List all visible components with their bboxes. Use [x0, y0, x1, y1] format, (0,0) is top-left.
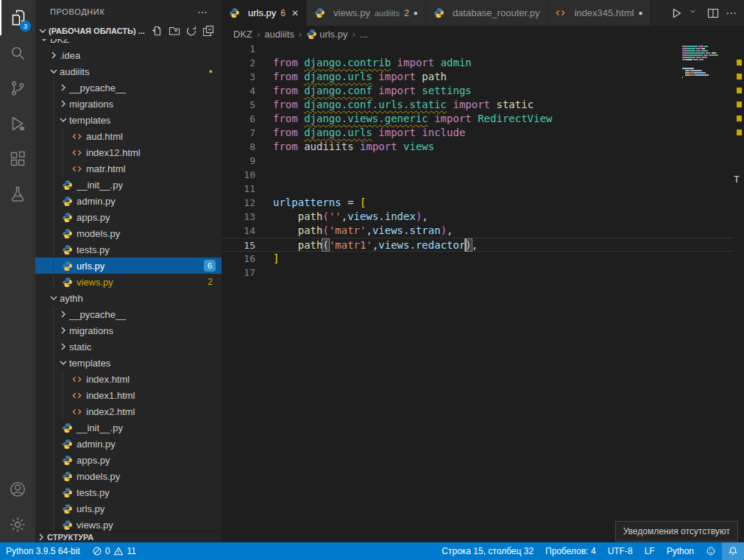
tree-item-tests-py[interactable]: tests.py — [35, 484, 222, 500]
status-notifications[interactable] — [722, 542, 744, 560]
tab-index345-html[interactable]: index345.html● — [548, 0, 651, 26]
tree-item-label: admin.py — [77, 439, 116, 450]
minimap-line — [682, 52, 734, 54]
tree-item-templates[interactable]: templates — [35, 112, 222, 128]
code-line-11[interactable]: 11 — [222, 182, 734, 196]
run-python-file-icon[interactable] — [670, 7, 682, 19]
indent-guide — [53, 339, 54, 355]
code-line-13[interactable]: 13 path('',views.index), — [222, 210, 734, 224]
tree-item-aud-html[interactable]: aud.html — [35, 128, 222, 144]
tree-item-matr-html[interactable]: matr.html — [35, 160, 222, 177]
tree-item-pycache[interactable]: __pycache__ — [35, 306, 222, 322]
minimap[interactable] — [682, 43, 734, 81]
tree-item-urls-py[interactable]: urls.py6 — [35, 258, 222, 274]
code-line-9[interactable]: 9 — [222, 154, 734, 168]
tree-item-index12-html[interactable]: index12.html — [35, 144, 222, 160]
status-language-mode[interactable]: Python — [661, 542, 700, 560]
tree-item-label: tests.py — [77, 487, 110, 498]
code-line-2[interactable]: 2from django.contrib import admin — [222, 56, 734, 70]
tree-item-admin-py[interactable]: admin.py — [35, 193, 222, 209]
code-line-14[interactable]: 14 path('matr',views.stran), — [222, 224, 734, 238]
code-line-10[interactable]: 10 — [222, 168, 734, 182]
tree-item-label: tests.py — [77, 244, 110, 255]
indent-guide — [53, 112, 54, 128]
status-python-interpreter[interactable]: Python 3.9.5 64-bit — [0, 542, 86, 560]
more-actions-icon[interactable]: ⋯ — [197, 6, 208, 18]
tree-item-models-py[interactable]: models.py — [35, 468, 222, 484]
code-line-5[interactable]: 5from django.conf.urls.static import sta… — [222, 98, 734, 112]
activity-source-control[interactable] — [0, 71, 35, 106]
tree-item-label: admin.py — [77, 196, 116, 207]
workspace-section-header[interactable]: (РАБОЧАЯ ОБЛАСТЬ) ... — [35, 23, 222, 39]
code-line-1[interactable]: 1 — [222, 42, 734, 56]
tree-item-urls-py[interactable]: urls.py — [35, 500, 222, 517]
status-indentation[interactable]: Пробелов: 4 — [539, 542, 602, 560]
code-line-4[interactable]: 4from django.conf import settings — [222, 84, 734, 98]
code-line-6[interactable]: 6from django.views.generic import Redire… — [222, 112, 734, 126]
html-file-icon — [71, 131, 82, 142]
tree-item-migrations[interactable]: migrations — [35, 96, 222, 112]
activity-settings[interactable] — [0, 507, 35, 542]
code-line-16[interactable]: 16] — [222, 252, 734, 266]
new-file-icon[interactable] — [152, 25, 163, 37]
overview-ruler[interactable] — [734, 42, 744, 542]
line-number: 7 — [222, 126, 266, 140]
outline-section-header[interactable]: СТРУКТУРА — [35, 531, 222, 542]
tree-item-index1-html[interactable]: index1.html — [35, 387, 222, 403]
close-icon[interactable]: ✕ — [291, 8, 299, 18]
tree-item-init-py[interactable]: __init__.py — [35, 419, 222, 436]
tree-item-apps-py[interactable]: apps.py — [35, 209, 222, 225]
indent-guide — [53, 322, 54, 339]
activity-explorer[interactable]: 3 — [0, 0, 35, 35]
tree-item-idea[interactable]: .idea — [35, 47, 222, 63]
status-encoding[interactable]: UTF-8 — [602, 542, 639, 560]
python-file-icon — [62, 422, 73, 433]
breadcrumb-item-urls-py[interactable]: urls.py — [306, 29, 347, 40]
code-line-3[interactable]: 3from django.urls import path — [222, 70, 734, 84]
code-line-8[interactable]: 8from audiiits import views — [222, 140, 734, 154]
tab-urls-py[interactable]: urls.py6✕ — [222, 0, 307, 26]
split-editor-icon[interactable] — [707, 7, 719, 19]
tree-item-init-py[interactable]: __init__.py — [35, 177, 222, 193]
code-line-7[interactable]: 7from django.urls import include — [222, 126, 734, 140]
status-cursor-position[interactable]: Строка 15, столбец 32 — [436, 542, 539, 560]
tree-item-tests-py[interactable]: tests.py — [35, 241, 222, 258]
tree-item-aythh[interactable]: aythh — [35, 290, 222, 306]
status-problems[interactable]: 011 — [86, 542, 142, 560]
breadcrumb-item-dkz[interactable]: DKZ — [233, 29, 252, 40]
activity-run-and-debug[interactable] — [0, 106, 35, 141]
activity-extensions[interactable] — [0, 141, 35, 177]
code-editor[interactable]: 12from django.contrib import admin3from … — [222, 42, 744, 542]
run-dropdown-icon[interactable] — [689, 7, 701, 19]
refresh-icon[interactable] — [185, 25, 197, 37]
tree-item-models-py[interactable]: models.py — [35, 225, 222, 241]
tree-item-index-html[interactable]: index.html — [35, 371, 222, 387]
tab-database-roouter-py[interactable]: database_roouter.py — [426, 0, 548, 26]
tree-item-static[interactable]: static — [35, 339, 222, 355]
collapse-all-icon[interactable] — [202, 25, 214, 37]
new-folder-icon[interactable] — [169, 25, 180, 37]
tree-item-migrations[interactable]: migrations — [35, 322, 222, 339]
tree-item-admin-py[interactable]: admin.py — [35, 436, 222, 452]
code-line-15[interactable]: 15 path('matr1',views.redactor), — [222, 238, 734, 252]
tree-item-pycache[interactable]: __pycache__ — [35, 79, 222, 96]
tree-item-audiiits[interactable]: audiiits● — [35, 63, 222, 79]
tree-item-views-py[interactable]: views.py2 — [35, 274, 222, 290]
editor-more-actions-icon[interactable]: ⋯ — [726, 7, 737, 20]
tree-item-apps-py[interactable]: apps.py — [35, 452, 222, 468]
tree-item-index2-html[interactable]: index2.html — [35, 403, 222, 419]
tab-views-py[interactable]: views.pyaudiiits2● — [307, 0, 426, 26]
minimap-token — [706, 52, 711, 54]
code-line-17[interactable]: 17 — [222, 266, 734, 280]
activity-search[interactable] — [0, 35, 35, 71]
code-line-12[interactable]: 12urlpatterns = [ — [222, 196, 734, 210]
activity-testing[interactable] — [0, 177, 35, 212]
activity-accounts[interactable] — [0, 472, 35, 507]
breadcrumb-item-audiiits[interactable]: audiiits — [264, 29, 294, 40]
breadcrumb-item--[interactable]: ... — [360, 29, 368, 40]
status-feedback[interactable] — [700, 542, 722, 560]
status-eol[interactable]: LF — [639, 542, 661, 560]
tree-item-templates[interactable]: templates — [35, 355, 222, 371]
code-text — [266, 42, 734, 56]
minimap-line — [682, 61, 734, 63]
